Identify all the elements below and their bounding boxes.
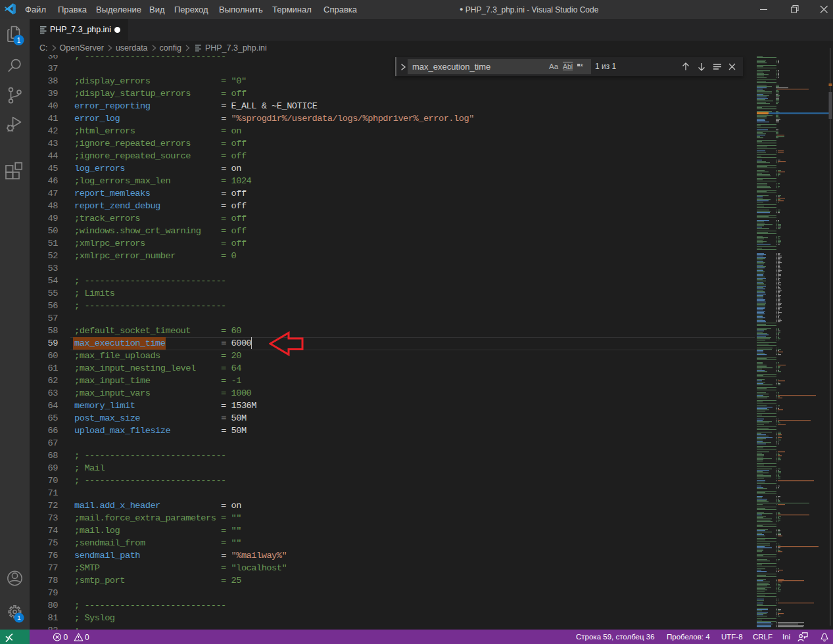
- svg-text:0: 0: [85, 633, 89, 642]
- svg-text:0: 0: [64, 633, 68, 642]
